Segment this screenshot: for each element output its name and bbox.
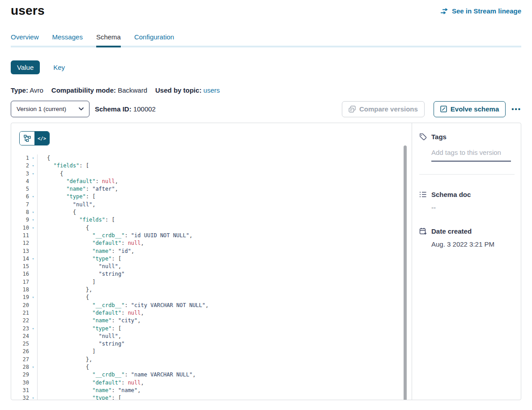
code-text: "null", (37, 263, 412, 270)
line-number: 10 (11, 224, 29, 232)
fold-spacer (29, 185, 37, 193)
code-text: "string" (37, 270, 412, 278)
schema-doc-section: Schema doc -- (419, 191, 515, 211)
fold-toggle-icon[interactable]: ▾ (29, 294, 37, 301)
line-number: 1 (11, 154, 29, 162)
code-text: { (37, 294, 412, 301)
schema-doc-icon (419, 191, 427, 198)
tab-overview[interactable]: Overview (11, 33, 39, 46)
schema-meta-row: Type: Avro Compatibility mode: Backward … (11, 86, 521, 94)
code-lines: 1▾{2▾ "fields": [3▾ {4 "default": null,5… (11, 154, 412, 400)
fold-spacer (29, 278, 37, 286)
fold-toggle-icon[interactable]: ▾ (29, 170, 37, 178)
code-line: 1▾{ (11, 154, 412, 162)
fold-toggle-icon[interactable]: ▾ (29, 255, 37, 263)
schema-id-value: 100002 (133, 105, 156, 113)
line-number: 24 (11, 333, 29, 340)
code-text: ] (37, 348, 412, 355)
code-text: "default": null, (37, 309, 412, 317)
compare-versions-button[interactable]: Compare versions (342, 101, 425, 117)
fold-toggle-icon[interactable]: ▾ (29, 325, 37, 333)
fold-toggle-icon[interactable]: ▾ (29, 363, 37, 371)
code-line: 6▾ "type": [ (11, 193, 412, 201)
date-created-heading-label: Date created (431, 227, 472, 235)
tab-messages[interactable]: Messages (52, 33, 83, 46)
meta-compat-value: Backward (118, 86, 147, 94)
chevron-down-icon (79, 107, 84, 111)
code-line: 30 "default": null, (11, 379, 412, 387)
code-line: 15 "null", (11, 263, 412, 270)
fold-toggle-icon[interactable]: ▾ (29, 216, 37, 224)
meta-topic: Used by topic: users (155, 86, 220, 94)
code-line: 17 ] (11, 278, 412, 286)
code-text: ] (37, 278, 412, 286)
code-text: "null", (37, 201, 412, 209)
tab-schema[interactable]: Schema (96, 33, 121, 47)
stream-lineage-link[interactable]: See in Stream lineage (440, 7, 521, 15)
tag-icon (419, 133, 427, 141)
code-line: 22 "name": "city", (11, 317, 412, 325)
code-line: 21 "default": null, (11, 309, 412, 317)
fold-spacer (29, 309, 37, 317)
code-line: 3▾ { (11, 170, 412, 178)
code-line: 31 "name": "name", (11, 387, 412, 394)
fold-toggle-icon[interactable]: ▾ (29, 209, 37, 216)
fold-toggle-icon[interactable]: ▾ (29, 193, 37, 201)
tab-bar: Overview Messages Schema Configuration (11, 33, 521, 47)
line-number: 29 (11, 371, 29, 379)
page-title: users (11, 4, 45, 18)
code-text: "type": [ (37, 193, 412, 201)
code-line: 32▾ "type": [ (11, 394, 412, 400)
code-line: 13 "name": "id", (11, 248, 412, 255)
fold-toggle-icon[interactable]: ▾ (29, 394, 37, 400)
fold-spacer (29, 356, 37, 363)
topic-link[interactable]: users (204, 86, 220, 94)
meta-type-value: Avro (30, 86, 43, 94)
fold-spacer (29, 201, 37, 209)
stream-lineage-label: See in Stream lineage (452, 7, 521, 15)
code-text: { (37, 224, 412, 232)
meta-type: Type: Avro (11, 86, 43, 94)
code-line: 4 "default": null, (11, 178, 412, 185)
tree-view-button[interactable] (20, 132, 34, 145)
line-number: 3 (11, 170, 29, 178)
code-scrollbar-thumb[interactable] (404, 145, 407, 400)
code-line: 10▾ { (11, 224, 412, 232)
schema-id-label: Schema ID: (95, 105, 132, 113)
code-text: "__crdb__": "id UUID NOT NULL", (37, 232, 412, 239)
fold-toggle-icon[interactable]: ▾ (29, 224, 37, 232)
more-actions-button[interactable]: ••• (511, 105, 521, 113)
line-number: 26 (11, 348, 29, 355)
value-toggle-button[interactable]: Value (11, 60, 40, 74)
code-line: 27 }, (11, 356, 412, 363)
fold-spacer (29, 340, 37, 348)
code-text: "null", (37, 333, 412, 340)
line-number: 25 (11, 340, 29, 348)
key-toggle-link[interactable]: Key (53, 64, 65, 71)
code-line: 9▾ "fields": [ (11, 216, 412, 224)
compare-versions-icon (349, 106, 356, 113)
fold-toggle-icon[interactable]: ▾ (29, 162, 37, 170)
fold-spacer (29, 371, 37, 379)
schema-doc-value: -- (431, 204, 515, 211)
fold-spacer (29, 270, 37, 278)
value-key-toggle: Value Key (11, 60, 521, 74)
code-text: }, (37, 286, 412, 294)
code-view-button[interactable]: </> (34, 132, 49, 145)
fold-toggle-icon[interactable]: ▾ (29, 154, 37, 162)
version-select-value: Version 1 (current) (17, 106, 66, 112)
fold-spacer (29, 348, 37, 355)
fold-spacer (29, 239, 37, 247)
code-text: "name": "id", (37, 248, 412, 255)
tags-input[interactable] (431, 149, 511, 162)
code-line: 7 "null", (11, 201, 412, 209)
tab-configuration[interactable]: Configuration (134, 33, 174, 46)
compare-versions-label: Compare versions (359, 105, 418, 113)
line-number: 11 (11, 232, 29, 239)
code-text: { (37, 154, 412, 162)
version-select[interactable]: Version 1 (current) (11, 101, 89, 117)
evolve-schema-button[interactable]: Evolve schema (434, 101, 506, 117)
code-text: "default": null, (37, 178, 412, 185)
schema-page: users See in Stream lineage Overview Mes… (0, 0, 532, 400)
date-created-heading-row: Date created (419, 227, 515, 235)
